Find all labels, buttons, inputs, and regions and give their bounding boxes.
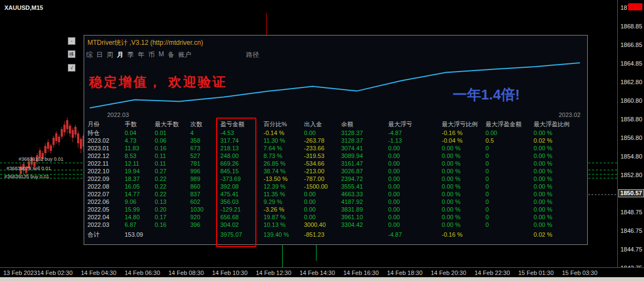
table-cell: 3304.42 <box>341 221 388 229</box>
table-cell: 139.40 % <box>264 231 304 238</box>
table-cell: 0.00 % <box>534 152 586 160</box>
price-tick: 1852.80 <box>620 172 642 178</box>
table-cell: 0.02 % <box>534 137 586 144</box>
minimize-button[interactable]: - <box>68 37 75 45</box>
table-cell: -319.53 <box>304 152 341 160</box>
table-row: 2022.1019.940.27996845.1538.74 %-213.003… <box>87 167 586 175</box>
table-cell: 0.00 <box>304 206 341 213</box>
table-cell: 0.01 <box>155 129 190 137</box>
time-tick: 14 Feb 22:30 <box>475 270 510 276</box>
menu-item-季[interactable]: 季 <box>127 50 134 60</box>
menu-item-综[interactable]: 综 <box>86 50 92 60</box>
table-cell: 3000.40 <box>304 221 341 229</box>
move-button[interactable]: 移 <box>68 50 75 58</box>
table-cell: 0.00 <box>388 183 442 190</box>
table-cell: 4.73 <box>125 137 155 144</box>
table-cell: 0.00 % <box>442 221 485 229</box>
table-cell: 0.17 <box>155 213 190 221</box>
price-axis: 1870.851868.851866.851864.851862.801860.… <box>617 0 644 267</box>
table-cell: 153.09 <box>125 231 155 238</box>
column-header: 手数 <box>125 120 155 128</box>
vertical-line <box>282 245 283 267</box>
price-tick: 1860.80 <box>620 97 642 104</box>
table-cell: 0.00 <box>388 175 442 183</box>
table-row: 2022.0816.050.22860392.0812.39 %-1500.00… <box>87 183 586 190</box>
table-cell: 3128.37 <box>341 137 388 144</box>
table-cell: 持仓 <box>87 129 125 137</box>
table-cell: -0.04 % <box>442 137 485 144</box>
table-cell: 0.00 <box>304 213 341 221</box>
table-cell: 0 <box>485 183 534 190</box>
table-cell: -534.66 <box>304 160 341 167</box>
table-cell: 0.11 <box>155 160 190 167</box>
menu-item-备[interactable]: 备 <box>168 50 174 60</box>
annotation-stable-growth: 稳定增值， 欢迎验证 <box>89 73 227 91</box>
menu-item-周[interactable]: 周 <box>107 50 113 60</box>
menu-item-path[interactable]: 路径 <box>246 50 259 60</box>
table-header-row: 月份手数最大手数次数盈亏金额百分比%出入金余额最大浮亏最大浮亏比例最大浮盈金额最… <box>87 120 586 128</box>
table-cell: 9.06 <box>125 198 155 206</box>
confirm-button[interactable]: √ <box>68 64 75 72</box>
table-cell: 18.37 <box>125 175 155 183</box>
table-row: 2022.036.870.16396304.0210.13 %3000.4033… <box>87 221 586 229</box>
menu-item-币[interactable]: 币 <box>148 50 155 60</box>
table-cell: 0.00 <box>388 198 442 206</box>
time-tick: 14 Feb 18:30 <box>387 270 423 276</box>
equity-axis-end-label: 2023.02 <box>559 112 581 118</box>
column-header: 最大手数 <box>155 120 190 128</box>
table-cell: 8.53 <box>125 152 155 160</box>
time-tick: 13 Feb 2023 <box>3 270 37 276</box>
table-cell: 11.83 <box>125 144 155 152</box>
menu-item-M[interactable]: M <box>159 50 164 60</box>
table-cell: 0 <box>485 175 534 183</box>
table-cell: 11.35 % <box>264 190 304 198</box>
time-tick: 15 Feb 03:30 <box>562 270 598 276</box>
table-cell: 0 <box>485 160 534 167</box>
annotation-yearly-return: 一年1.4倍! <box>453 85 520 104</box>
table-cell: 0.06 <box>155 137 190 144</box>
table-cell: 0.00 % <box>534 144 586 152</box>
menu-item-日[interactable]: 日 <box>96 50 103 60</box>
table-cell: 2022.03 <box>87 221 125 229</box>
table-cell: 0.22 <box>155 190 190 198</box>
column-header: 最大浮亏比例 <box>442 120 485 128</box>
table-cell: 0.27 <box>155 167 190 175</box>
table-cell: 2022.12 <box>87 152 125 160</box>
horizontal-scrollbar[interactable] <box>0 277 644 281</box>
menu-item-月[interactable]: 月 <box>117 50 124 60</box>
table-cell: 0.00 % <box>442 190 485 198</box>
table-cell: 0 <box>485 213 534 221</box>
table-row: 2022.0714.770.22837475.4111.35 %0.004663… <box>87 190 586 198</box>
current-price-badge: 1850.57 <box>618 189 644 197</box>
table-row: 2022.0414.800.17920656.6819.87 %0.003961… <box>87 213 586 221</box>
table-cell: 2022.08 <box>87 183 125 190</box>
menu-item-账户[interactable]: 账户 <box>178 50 191 60</box>
table-cell: 14.77 <box>125 190 155 198</box>
table-row: 2023.0111.830.16673218.137.64 %-233.6630… <box>87 144 586 152</box>
time-tick: 14 Feb 08:30 <box>168 270 204 276</box>
table-cell: 7.64 % <box>264 144 304 152</box>
table-cell: 0.00 % <box>442 175 485 183</box>
table-cell: -0.16 % <box>442 129 485 137</box>
price-tick: 1844.75 <box>620 246 642 253</box>
price-tick: 1862.80 <box>620 79 642 85</box>
price-tick: 1854.80 <box>620 153 642 160</box>
table-cell: 2022.05 <box>87 206 125 213</box>
table-row: 2022.0918.370.22989-373.69-13.50 %-787.0… <box>87 175 586 183</box>
table-row: 2022.0515.990.201030-129.21-3.26 %0.0038… <box>87 206 586 213</box>
table-cell: 15.99 <box>125 206 155 213</box>
table-cell: 0.00 % <box>442 160 485 167</box>
table-cell: 10.13 % <box>264 221 304 229</box>
table-cell: 16.05 <box>125 183 155 190</box>
column-header: 月份 <box>87 120 125 128</box>
column-header: 最大浮盈金额 <box>485 120 534 128</box>
table-cell: 0.00 % <box>534 160 586 167</box>
table-cell: -0.14 % <box>264 129 304 137</box>
table-cell: -4.87 <box>388 231 442 238</box>
table-cell: -4.87 <box>388 129 442 137</box>
table-cell: 0.02 % <box>534 231 586 238</box>
price-tick: 1868.85 <box>620 23 642 30</box>
table-cell: 3026.87 <box>341 167 388 175</box>
order-label: #36839102 buy 0.01 <box>19 156 63 162</box>
menu-item-年[interactable]: 年 <box>138 50 144 60</box>
